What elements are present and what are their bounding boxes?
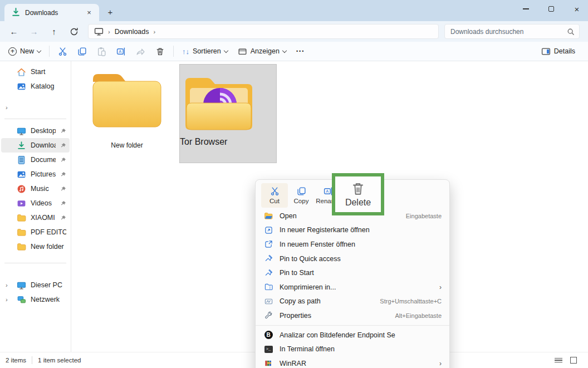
desktop-icon — [17, 126, 26, 136]
pin-icon — [263, 254, 273, 264]
navigation-pane: Start Katalog › Desktop — [0, 61, 71, 352]
chevron-down-icon — [224, 48, 228, 52]
sidebar-item-label: Desktop — [31, 127, 56, 135]
sidebar-item-dieser-pc[interactable]: › Dieser PC — [1, 278, 70, 292]
tab-downloads[interactable]: Downloads × — [4, 4, 99, 21]
folder-icon — [85, 66, 169, 136]
sort-icon: ↑↓ — [182, 47, 189, 56]
new-tab-button[interactable]: + — [104, 6, 117, 19]
zip-folder-icon — [263, 282, 273, 292]
sidebar-divider — [4, 263, 66, 263]
sort-button[interactable]: ↑↓ Sortieren — [177, 43, 233, 59]
view-button[interactable]: Anzeigen — [233, 43, 291, 59]
this-pc-icon — [94, 27, 104, 36]
new-button[interactable]: + New — [3, 43, 46, 59]
sidebar-item-music[interactable]: Music — [1, 181, 70, 196]
see-more-button[interactable]: ••• — [291, 43, 310, 59]
sidebar-item-label: Netzwerk — [31, 296, 66, 303]
menu-item-label: Copy as path — [280, 297, 321, 305]
menu-item-open-new-tab[interactable]: In neuer Registerkarte öffnen — [256, 223, 449, 238]
pin-icon — [60, 157, 66, 163]
list-view-button[interactable] — [555, 358, 562, 363]
chevron-right-icon[interactable]: › — [6, 296, 8, 303]
minimize-button[interactable] — [514, 0, 537, 18]
cut-button[interactable] — [53, 43, 72, 59]
chevron-right-icon: › — [439, 360, 442, 367]
menu-item-properties[interactable]: Properties Alt+Eingabetaste — [256, 308, 449, 323]
chevron-down-icon — [37, 48, 41, 52]
sidebar-item-label: Documents — [31, 156, 56, 164]
menu-shortcut: Alt+Eingabetaste — [395, 312, 442, 319]
large-icons-view-button[interactable] — [570, 357, 577, 364]
home-icon — [17, 67, 26, 77]
delete-quick-button-highlighted[interactable]: Delete — [332, 173, 384, 215]
cut-quick-button[interactable]: Cut — [261, 183, 288, 208]
pin-icon — [60, 186, 66, 192]
sidebar-item-xiaomi-poco[interactable]: XIAOMI POCO F — [1, 210, 70, 225]
sidebar-item-pdf-editor[interactable]: PDF EDITOR — [1, 225, 70, 239]
tab-close-icon[interactable]: × — [84, 7, 95, 18]
up-button[interactable]: ↑ — [48, 27, 60, 36]
menu-item-winrar[interactable]: WinRAR › — [256, 356, 449, 368]
status-divider — [32, 356, 32, 364]
sidebar-item-label: New folder — [31, 243, 66, 251]
search-box[interactable] — [444, 24, 580, 39]
search-input[interactable] — [450, 28, 567, 36]
sort-label: Sortieren — [193, 47, 221, 55]
menu-item-bitdefender-scan[interactable]: B Analizar con Bitdefender Endpoint Se — [256, 328, 449, 342]
details-pane-button[interactable]: Details — [536, 43, 580, 59]
folder-icon — [17, 242, 26, 252]
sidebar-item-katalog[interactable]: Katalog — [1, 79, 70, 94]
maximize-icon — [548, 6, 554, 12]
copy-button[interactable] — [72, 43, 92, 59]
address-bar[interactable]: › Downloads › — [88, 24, 439, 39]
back-button[interactable]: ← — [8, 27, 20, 36]
sidebar-item-documents[interactable]: Documents — [1, 153, 70, 167]
menu-item-pin-quick-access[interactable]: Pin to Quick access — [256, 252, 449, 266]
rename-button[interactable]: A — [111, 43, 131, 59]
sidebar-item-start[interactable]: Start — [1, 65, 70, 79]
sidebar-item-downloads[interactable]: Downloads — [1, 138, 70, 153]
chevron-down-icon — [282, 48, 287, 52]
menu-item-open-new-window[interactable]: In neuem Fenster öffnen — [256, 237, 449, 252]
share-button[interactable] — [131, 43, 150, 59]
trash-icon — [351, 181, 365, 197]
toolbar-divider — [173, 46, 174, 57]
maximize-button[interactable] — [540, 0, 562, 18]
sidebar-item-new-folder[interactable]: New folder — [1, 239, 70, 254]
copy-quick-button[interactable]: Copy — [288, 183, 315, 208]
rename-icon: A — [116, 47, 126, 56]
tab-strip: Downloads × + × — [0, 0, 588, 21]
items-count: 2 items — [6, 357, 26, 364]
menu-item-pin-start[interactable]: Pin to Start — [256, 266, 449, 280]
sidebar-expand-chevron[interactable]: › — [0, 101, 71, 114]
breadcrumb-downloads[interactable]: Downloads — [115, 28, 149, 36]
forward-button[interactable]: → — [28, 27, 40, 36]
chevron-right-icon[interactable]: › — [6, 282, 8, 288]
menu-item-label: Komprimieren in... — [280, 283, 336, 291]
pin-icon — [60, 200, 66, 207]
menu-item-label: Pin to Quick access — [280, 255, 341, 263]
gallery-icon — [17, 82, 26, 91]
menu-item-copy-as-path[interactable]: Copy as path Strg+Umschalttaste+C — [256, 295, 449, 309]
sidebar-item-desktop[interactable]: Desktop — [1, 124, 70, 138]
close-button[interactable]: × — [566, 0, 588, 18]
menu-item-compress[interactable]: Komprimieren in... › — [256, 280, 449, 295]
file-label: New folder — [84, 141, 170, 149]
sidebar-item-pictures[interactable]: Pictures — [1, 167, 70, 181]
menu-item-label: Properties — [280, 312, 311, 320]
delete-button[interactable] — [150, 43, 170, 59]
paste-icon — [97, 47, 106, 56]
sidebar-item-videos[interactable]: Videos — [1, 196, 70, 210]
file-tor-browser-tile[interactable]: Tor Browser — [179, 64, 277, 163]
paste-button[interactable] — [92, 43, 111, 59]
pin-icon — [60, 143, 66, 149]
main-area: Start Katalog › Desktop — [0, 61, 588, 352]
cut-icon — [270, 187, 280, 196]
sidebar-item-netzwerk[interactable]: › Netzwerk — [1, 292, 70, 307]
open-folder-icon — [263, 211, 273, 221]
refresh-button[interactable] — [68, 27, 80, 36]
menu-item-label: In neuem Fenster öffnen — [280, 241, 355, 248]
menu-item-open-terminal[interactable]: >_ In Terminal öffnen — [256, 342, 449, 356]
file-new-folder[interactable]: New folder — [84, 66, 170, 149]
